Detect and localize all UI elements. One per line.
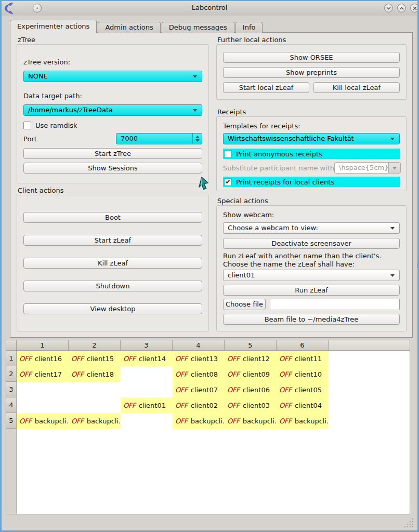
table-row: 2OFFclient17OFFclient18OFFclient08OFFcli… — [6, 366, 410, 382]
row-header[interactable]: 1 — [6, 351, 17, 366]
show-sessions-button[interactable]: Show Sessions — [23, 163, 202, 174]
client-name: backupcli... — [295, 417, 329, 425]
start-local-zleaf-button[interactable]: Start local zLeaf — [223, 82, 309, 93]
status-off-label: OFF — [227, 370, 240, 378]
kill-zleaf-button[interactable]: Kill zLeaf — [23, 258, 202, 269]
file-path-input[interactable] — [270, 299, 400, 310]
status-off-label: OFF — [175, 370, 188, 378]
column-header[interactable]: 3 — [121, 340, 173, 351]
client-name: client04 — [295, 402, 322, 409]
kill-local-zleaf-button[interactable]: Kill local zLeaf — [313, 82, 400, 93]
start-zleaf-button[interactable]: Start zLeaf — [23, 235, 202, 246]
client-name: client02 — [191, 402, 218, 409]
titlebar: Labcontrol — [2, 1, 417, 16]
shade-button[interactable] — [384, 4, 393, 12]
receipts-group-label: Receipts — [217, 108, 407, 116]
column-header[interactable]: 1 — [17, 340, 69, 351]
choose-file-button[interactable]: Choose file — [223, 299, 266, 310]
client-cell[interactable]: OFFclient02 — [173, 397, 225, 413]
client-actions-group: Boot Start zLeaf Kill zLeaf Shutdown Vie… — [17, 195, 209, 331]
row-header[interactable]: 4 — [6, 397, 17, 413]
client-cell[interactable]: OFFclient06 — [225, 382, 277, 397]
column-header[interactable]: 6 — [277, 340, 329, 351]
receipt-template-select[interactable]: Wirtschaftswissenschaftliche Fakultät — [223, 133, 400, 144]
client-cell[interactable]: OFFclient16 — [17, 351, 69, 366]
client-name: client18 — [87, 370, 114, 378]
webcam-select[interactable]: Choose a webcam to view: — [223, 222, 400, 234]
print-anonymous-receipts-checkbox[interactable]: Print anonymous receipts — [223, 149, 400, 159]
resize-grip-icon[interactable] — [403, 517, 414, 528]
show-preprints-button[interactable]: Show preprints — [223, 67, 400, 78]
deactivate-screensaver-button[interactable]: Deactivate screensaver — [223, 238, 400, 249]
data-target-path-select[interactable]: /home/markus/zTreeData — [23, 104, 202, 116]
show-orsee-button[interactable]: Show ORSEE — [223, 52, 400, 63]
chevron-down-icon — [193, 109, 197, 112]
close-icon — [413, 6, 417, 10]
client-cell[interactable]: OFFclient15 — [69, 351, 121, 366]
start-ztree-button[interactable]: Start zTree — [23, 148, 202, 159]
print-receipts-local-clients-checkbox[interactable]: ✔ Print receipts for local clients — [223, 177, 400, 187]
client-cell[interactable]: OFFclient03 — [225, 397, 277, 413]
further-local-actions-group-label: Further local actions — [217, 36, 407, 44]
close-button[interactable] — [410, 4, 419, 12]
run-zleaf-button[interactable]: Run zLeaf — [223, 285, 400, 296]
column-header[interactable]: 5 — [225, 340, 277, 351]
client-cell[interactable]: OFFclient01 — [121, 397, 173, 413]
client-cell[interactable]: OFFclient04 — [277, 397, 329, 413]
empty-cell — [121, 413, 173, 429]
client-cell[interactable]: OFFbackupcli... — [225, 413, 277, 429]
client-cell[interactable]: OFFclient07 — [173, 382, 225, 397]
client-cell[interactable]: OFFclient14 — [121, 351, 173, 366]
mouse-cursor — [197, 176, 210, 193]
client-cell[interactable]: OFFclient18 — [69, 366, 121, 382]
show-webcam-label: Show webcam: — [223, 211, 400, 219]
chevron-down-icon — [390, 138, 395, 140]
client-name: client15 — [87, 355, 114, 363]
ztree-group: zTree version: NONE Data target path: /h… — [17, 44, 209, 183]
use-ramdisk-checkbox[interactable]: Use ramdisk — [23, 122, 202, 129]
client-cell[interactable]: OFFbackupcli... — [69, 413, 121, 429]
substitute-name-select: \hspace{5cm} — [334, 162, 401, 174]
maximize-button[interactable] — [397, 4, 406, 12]
beam-file-button[interactable]: Beam file to ~/media4zTree — [223, 314, 400, 325]
tab-admin-actions[interactable]: Admin actions — [98, 22, 160, 33]
client-cell[interactable]: OFFbackupcli... — [17, 413, 69, 429]
tab-info[interactable]: Info — [235, 22, 263, 33]
spinner-up-button[interactable] — [195, 136, 200, 138]
client-cell[interactable]: OFFclient13 — [173, 351, 225, 366]
status-off-label: OFF — [279, 386, 292, 394]
frame-resize-handle[interactable] — [416, 262, 418, 269]
status-off-label: OFF — [123, 402, 136, 409]
client-cell[interactable]: OFFclient17 — [17, 366, 69, 382]
client-cell[interactable]: OFFclient12 — [225, 351, 277, 366]
spinner-down-button[interactable] — [195, 139, 200, 142]
data-target-path-label: Data target path: — [23, 92, 202, 100]
view-desktop-button[interactable]: View desktop — [23, 303, 202, 314]
client-cell[interactable]: OFFbackupcli... — [173, 413, 225, 429]
status-off-label: OFF — [71, 370, 84, 378]
client-cell[interactable]: OFFclient08 — [173, 366, 225, 382]
column-header[interactable]: 2 — [69, 340, 121, 351]
shutdown-button[interactable]: Shutdown — [23, 281, 202, 291]
port-spinner[interactable]: 7000 — [116, 133, 202, 144]
row-header[interactable]: 3 — [6, 382, 17, 397]
status-off-label: OFF — [279, 417, 292, 425]
chevron-up-icon — [399, 7, 404, 10]
tab-debug-messages[interactable]: Debug messages — [162, 22, 234, 33]
chevron-down-icon — [386, 7, 391, 10]
tab-experimenter-actions[interactable]: Experimenter actions — [10, 20, 97, 33]
client-cell[interactable]: OFFclient10 — [277, 366, 329, 382]
client-cell[interactable]: OFFclient09 — [225, 366, 277, 382]
zleaf-name-select[interactable]: client01 — [223, 270, 400, 281]
client-cell[interactable]: OFFclient05 — [277, 382, 329, 397]
ztree-version-select[interactable]: NONE — [23, 71, 202, 82]
client-name: client01 — [139, 402, 166, 409]
column-header[interactable]: 4 — [173, 340, 225, 351]
client-cell[interactable]: OFFclient11 — [277, 351, 329, 366]
row-header[interactable]: 2 — [6, 366, 17, 382]
boot-button[interactable]: Boot — [23, 212, 202, 223]
status-off-label: OFF — [71, 417, 84, 425]
client-cell[interactable]: OFFbackupcli... — [277, 413, 329, 429]
ztree-group-label: zTree — [18, 36, 209, 44]
row-header[interactable]: 5 — [6, 413, 17, 429]
